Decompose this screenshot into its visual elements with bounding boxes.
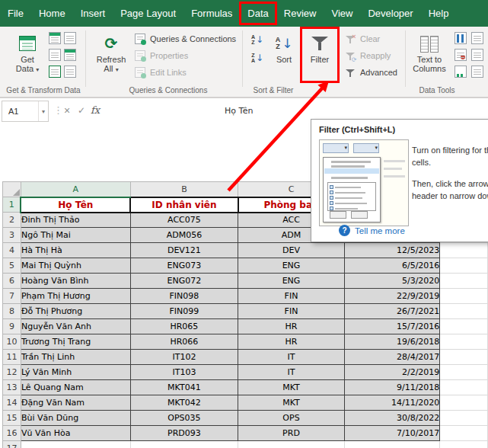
sort-ascending-button[interactable]: AZ↓ [247, 32, 267, 47]
column-header-B[interactable]: B [130, 182, 238, 197]
cell[interactable]: ENG072 [130, 274, 238, 289]
tab-developer[interactable]: Developer [360, 2, 420, 24]
row-header-10[interactable]: 10 [3, 334, 21, 350]
row-header-9[interactable]: 9 [3, 319, 21, 334]
row-header-15[interactable]: 15 [3, 411, 21, 426]
reapply-filter-button[interactable]: ⟳ Reapply [344, 49, 391, 62]
data-validation-icon[interactable] [455, 49, 467, 61]
select-all-corner[interactable] [3, 182, 21, 197]
cell[interactable]: 26/7/2021 [344, 304, 440, 319]
queries-connections-button[interactable]: Queries & Connections [134, 32, 236, 46]
cell[interactable]: ENG [238, 258, 345, 274]
cell[interactable] [440, 365, 488, 380]
row-header-6[interactable]: 6 [3, 274, 21, 289]
cell[interactable]: Họ Tên [21, 197, 130, 213]
row-header-1[interactable]: 1 [3, 197, 21, 213]
cell[interactable]: MKT041 [130, 380, 238, 395]
cell[interactable]: HR065 [130, 319, 238, 334]
cell[interactable]: Nguyễn Văn Anh [21, 319, 130, 334]
cell[interactable] [440, 395, 488, 411]
cell[interactable]: FIN [238, 304, 345, 319]
cell[interactable]: 2/2/2019 [344, 365, 440, 380]
tab-view[interactable]: View [324, 2, 360, 24]
cell[interactable] [440, 380, 488, 395]
cell[interactable]: PRD093 [130, 426, 238, 441]
cell[interactable] [440, 243, 488, 258]
cell[interactable]: HR066 [130, 334, 238, 350]
row-header-5[interactable]: 5 [3, 258, 21, 274]
cell[interactable] [440, 411, 488, 426]
tell-me-more-link[interactable]: Tell me more [355, 226, 405, 235]
manage-data-model-icon[interactable] [471, 66, 483, 78]
cell[interactable]: FIN [238, 289, 345, 304]
cancel-icon[interactable]: × [64, 104, 70, 117]
row-header-16[interactable]: 16 [3, 426, 21, 441]
cell[interactable]: 7/10/2017 [344, 426, 440, 441]
refresh-all-button[interactable]: ⟳ Refresh All ▾ [91, 29, 131, 84]
formula-bar-content[interactable]: Họ Tên [225, 98, 253, 123]
relationships-icon[interactable] [455, 66, 467, 78]
tab-insert[interactable]: Insert [73, 2, 113, 24]
tab-file[interactable]: File [0, 2, 31, 24]
existing-connections-icon[interactable] [64, 49, 76, 61]
advanced-filter-button[interactable]: Advanced [344, 66, 397, 79]
cell[interactable]: 28/4/2017 [344, 350, 440, 365]
row-header-8[interactable]: 8 [3, 304, 21, 319]
from-sources-icon[interactable] [64, 66, 76, 78]
cell[interactable] [440, 441, 488, 448]
cell[interactable]: Đặng Văn Nam [21, 395, 130, 411]
filter-button[interactable]: Filter [301, 29, 338, 84]
row-header-17[interactable]: 17 [3, 441, 21, 448]
tab-help[interactable]: Help [421, 2, 457, 24]
row-header-3[interactable]: 3 [3, 228, 21, 243]
row-header-4[interactable]: 4 [3, 243, 21, 258]
cell[interactable]: Bùi Văn Dũng [21, 411, 130, 426]
cell[interactable]: 12/5/2023 [344, 243, 440, 258]
cell[interactable]: IT [238, 350, 345, 365]
cell[interactable]: ACC075 [130, 213, 238, 228]
cell[interactable]: ID nhân viên [130, 197, 238, 213]
insert-function-icon[interactable]: fx [91, 104, 100, 116]
row-header-13[interactable]: 13 [3, 380, 21, 395]
cell[interactable]: MKT [238, 395, 345, 411]
from-web-icon[interactable] [49, 49, 61, 61]
from-text-csv-icon[interactable] [49, 32, 61, 44]
cell[interactable]: FIN099 [130, 304, 238, 319]
cell[interactable] [440, 350, 488, 365]
cell[interactable]: 9/11/2018 [344, 380, 440, 395]
cell[interactable]: Hoàng Văn Bình [21, 274, 130, 289]
sort-button[interactable]: AZ↓ Sort [268, 29, 300, 84]
tab-page-layout[interactable]: Page Layout [113, 2, 183, 24]
cell[interactable]: Vũ Văn Hòa [21, 426, 130, 441]
cell[interactable]: 6/5/2016 [344, 258, 440, 274]
get-data-button[interactable]: Get Data ▾ [9, 29, 46, 84]
row-header-12[interactable]: 12 [3, 365, 21, 380]
cell[interactable]: 15/7/2016 [344, 319, 440, 334]
from-table-range-icon[interactable] [49, 66, 61, 78]
cell[interactable]: 30/8/2022 [344, 411, 440, 426]
cell[interactable]: MKT [238, 380, 345, 395]
cell[interactable]: DEV121 [130, 243, 238, 258]
tab-formulas[interactable]: Formulas [183, 2, 240, 24]
cell[interactable]: Mai Thị Quỳnh [21, 258, 130, 274]
cell[interactable]: HR [238, 334, 345, 350]
tab-home[interactable]: Home [31, 2, 73, 24]
chevron-down-icon[interactable]: ▾ [38, 101, 48, 121]
cell[interactable]: 22/9/2019 [344, 289, 440, 304]
cell[interactable]: ENG [238, 274, 345, 289]
cell[interactable]: Trương Thị Trang [21, 334, 130, 350]
cell[interactable] [238, 441, 345, 448]
flash-fill-icon[interactable] [455, 32, 467, 44]
row-header-2[interactable]: 2 [3, 213, 21, 228]
cell[interactable] [440, 426, 488, 441]
cell[interactable]: ADM056 [130, 228, 238, 243]
cell[interactable]: Trần Thị Linh [21, 350, 130, 365]
cell[interactable]: Đỗ Thị Phương [21, 304, 130, 319]
cell[interactable]: Đinh Thị Thảo [21, 213, 130, 228]
cell[interactable]: Lý Văn Minh [21, 365, 130, 380]
cell[interactable] [440, 304, 488, 319]
cell[interactable]: HR [238, 319, 345, 334]
cell[interactable]: 5/3/2020 [344, 274, 440, 289]
cell[interactable]: Phạm Thị Hương [21, 289, 130, 304]
remove-duplicates-icon[interactable] [471, 32, 483, 44]
